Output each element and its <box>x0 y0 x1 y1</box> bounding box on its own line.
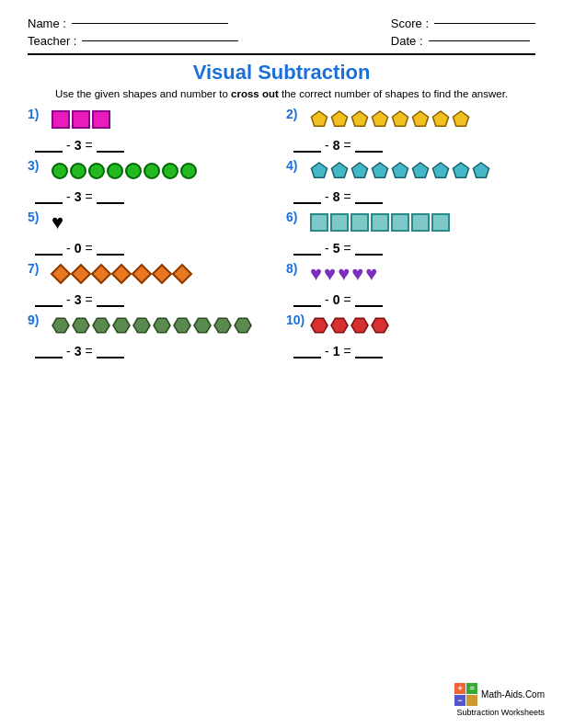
pentagon-gold-shape <box>310 110 328 129</box>
problems-grid: 1) - 3 = 2) - 8 = <box>28 107 535 364</box>
shapes-row <box>310 210 450 235</box>
square-teal-shape <box>431 213 450 232</box>
equation-row: - 3 = <box>35 292 277 307</box>
answer-blank-2[interactable] <box>97 202 124 204</box>
hexagon-dkgreen-shape <box>92 316 110 335</box>
pentagon-shape <box>330 162 349 180</box>
square-teal-shape <box>371 213 389 232</box>
hexagon-shape <box>350 316 369 335</box>
subtrahend: 0 <box>75 241 82 256</box>
hexagon-shape <box>72 316 90 335</box>
pentagon-shape <box>310 110 328 129</box>
answer-blank-1[interactable] <box>35 305 63 307</box>
diamond-wrapper <box>153 265 171 283</box>
teacher-row: Teacher : <box>28 34 238 48</box>
instructions: Use the given shapes and number to cross… <box>28 88 535 99</box>
pentagon-gold-shape <box>431 110 450 129</box>
pentagon-teal-shape <box>371 162 389 180</box>
problem-number: 8) <box>286 261 306 276</box>
pentagon-shape <box>350 162 369 180</box>
pentagon-shape <box>452 162 470 180</box>
hexagon-shape <box>310 316 328 335</box>
answer-blank-2[interactable] <box>355 151 383 153</box>
answer-blank-2[interactable] <box>355 254 383 256</box>
subtrahend: 3 <box>75 138 82 153</box>
answer-blank-1[interactable] <box>35 202 63 204</box>
answer-blank-1[interactable] <box>293 254 321 256</box>
subtrahend: 1 <box>333 344 340 358</box>
hexagon-shape <box>153 316 171 335</box>
circle-shape <box>88 163 105 179</box>
subtrahend: 5 <box>333 241 340 256</box>
answer-blank-2[interactable] <box>97 357 124 358</box>
diamond-shape <box>152 264 173 285</box>
footer-sub: Subtraction Worksheets <box>457 708 545 717</box>
diamond-shape <box>132 264 153 285</box>
pentagon-shape <box>452 110 470 129</box>
minus-op: - <box>325 241 329 256</box>
answer-blank-1[interactable] <box>293 151 321 153</box>
problem-row: 7) <box>28 261 277 289</box>
problem-number: 3) <box>28 158 48 173</box>
answer-blank-2[interactable] <box>355 357 383 358</box>
diamond-shape <box>71 264 92 285</box>
heart-purple-shape: ♥ <box>351 264 363 284</box>
square-teal-shape <box>310 213 328 232</box>
answer-blank-1[interactable] <box>35 254 63 256</box>
name-line <box>72 23 228 24</box>
answer-blank-2[interactable] <box>97 151 124 153</box>
hexagon-shape <box>112 316 131 335</box>
answer-blank-1[interactable] <box>35 151 63 153</box>
hexagon-shape <box>330 316 349 335</box>
pentagon-teal-shape <box>330 162 349 180</box>
answer-blank-1[interactable] <box>293 202 321 204</box>
answer-blank-2[interactable] <box>355 202 383 204</box>
diamond-shape <box>111 264 132 285</box>
minus-op: - <box>66 241 71 256</box>
pentagon-gold-shape <box>350 110 369 129</box>
hexagon-dkgreen-shape <box>112 316 131 335</box>
equals-op: = <box>343 344 350 358</box>
problem-block: 5) ♥ - 0 = <box>28 210 277 256</box>
header-right: Score : Date : <box>391 17 535 48</box>
answer-blank-1[interactable] <box>293 305 321 307</box>
hexagon-shape <box>92 316 110 335</box>
shapes-row <box>310 158 490 184</box>
hexagon-shape <box>193 316 212 335</box>
pentagon-teal-shape <box>310 162 328 180</box>
circle-shape <box>125 163 142 179</box>
fg-sub: − <box>454 695 465 706</box>
problem-row: 5) ♥ <box>28 210 277 237</box>
circle-shape <box>107 163 123 179</box>
problem-block: 4) - 8 = <box>286 158 535 204</box>
problem-block: 10) - 1 = <box>286 313 535 358</box>
teacher-label: Teacher : <box>28 34 76 48</box>
problem-number: 6) <box>286 210 306 224</box>
subtrahend: 3 <box>75 189 82 204</box>
name-row: Name : <box>28 17 238 30</box>
problem-block: 3) - 3 = <box>28 158 277 204</box>
date-label: Date : <box>391 34 423 48</box>
answer-blank-1[interactable] <box>35 357 63 358</box>
equals-op: = <box>85 189 92 204</box>
fg-eq: = <box>466 683 477 694</box>
header: Name : Teacher : Score : Date : <box>28 17 535 48</box>
page-title: Visual Subtraction <box>28 61 535 85</box>
equation-row: - 0 = <box>35 241 277 256</box>
pentagon-shape <box>411 162 430 180</box>
hexagon-shape <box>234 316 252 335</box>
equals-op: = <box>343 241 350 256</box>
diamond-wrapper <box>132 265 151 283</box>
answer-blank-2[interactable] <box>97 305 124 307</box>
pentagon-teal-shape <box>350 162 369 180</box>
problem-row: 2) <box>286 107 535 134</box>
answer-blank-2[interactable] <box>355 305 383 307</box>
square-shape <box>92 110 110 129</box>
minus-op: - <box>325 292 329 307</box>
answer-blank-1[interactable] <box>293 357 321 358</box>
diamond-wrapper <box>52 265 70 283</box>
answer-blank-2[interactable] <box>97 254 124 256</box>
date-row: Date : <box>391 34 535 48</box>
minus-op: - <box>325 344 329 358</box>
problem-row: 10) <box>286 313 535 340</box>
